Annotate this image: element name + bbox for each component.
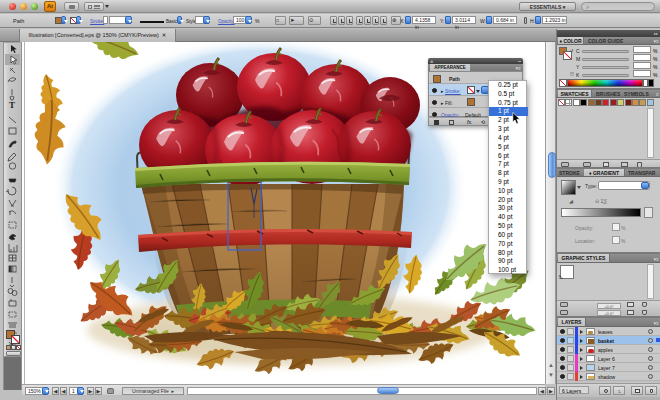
svg-text:T: T xyxy=(9,100,15,110)
